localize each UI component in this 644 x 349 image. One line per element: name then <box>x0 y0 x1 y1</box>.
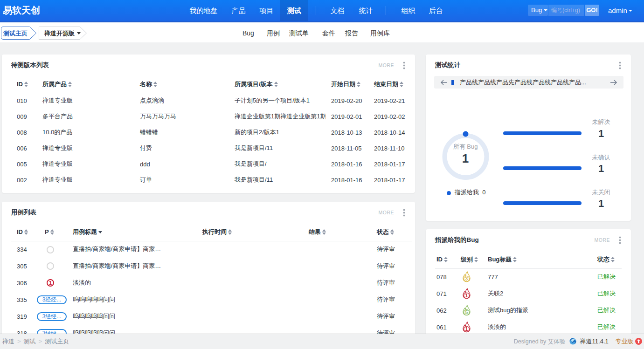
svg-text:5: 5 <box>465 309 468 315</box>
svg-text:3: 3 <box>465 276 468 281</box>
svg-text:1: 1 <box>465 326 468 332</box>
svg-text:测试主页: 测试主页 <box>3 30 28 37</box>
svg-text:1: 1 <box>465 293 468 298</box>
svg-text:禅道开源版: 禅道开源版 <box>44 30 75 37</box>
